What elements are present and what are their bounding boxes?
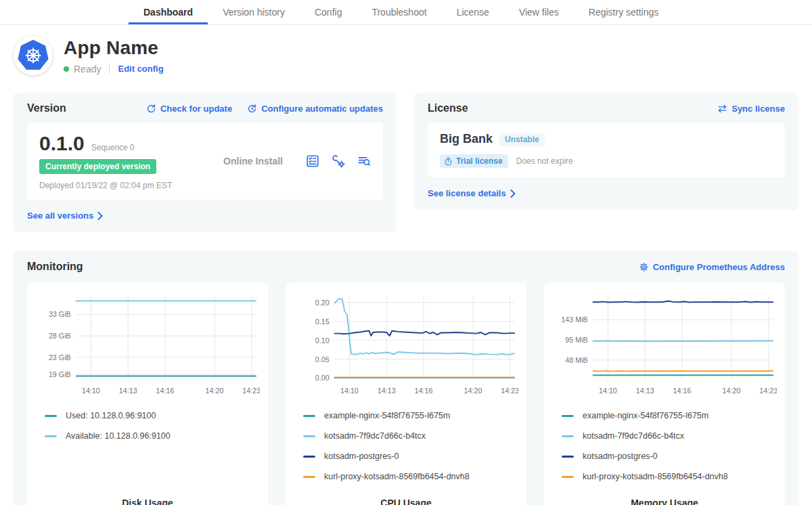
- svg-text:14:20: 14:20: [206, 387, 224, 395]
- legend-item: Used: 10.128.0.96:9100: [45, 411, 260, 420]
- chart-title: CPU Usage: [294, 492, 518, 505]
- tab-config[interactable]: Config: [300, 0, 357, 24]
- legend-label: Available: 10.128.0.96:9100: [66, 431, 171, 441]
- svg-text:14:16: 14:16: [673, 387, 692, 395]
- memory-usage-legend: example-nginx-54f8f76755-l675mkotsadm-7f…: [552, 411, 777, 492]
- app-header: App Name Ready Edit config: [14, 36, 798, 75]
- cpu-usage-chart-card: 14:1014:1314:1614:2014:230.200.150.100.0…: [286, 282, 526, 505]
- tab-license[interactable]: License: [442, 0, 504, 24]
- legend-color-dash: [562, 415, 574, 417]
- chart-svg: 14:1014:1314:1614:2014:230.200.150.100.0…: [294, 292, 518, 399]
- svg-text:23 GiB: 23 GiB: [49, 353, 71, 361]
- chart-svg: 14:1014:1314:1614:2014:2333 GiB28 GiB23 …: [35, 292, 260, 399]
- edit-config-link[interactable]: Edit config: [118, 64, 163, 74]
- svg-text:14:10: 14:10: [82, 387, 100, 395]
- legend-color-dash: [303, 456, 315, 458]
- gear-icon: [639, 262, 649, 272]
- disk-usage-chart: 14:1014:1314:1614:2014:2333 GiB28 GiB23 …: [35, 292, 260, 401]
- deployed-badge: Currently deployed version: [39, 159, 156, 174]
- disk-usage-legend: Used: 10.128.0.96:9100Available: 10.128.…: [35, 411, 260, 452]
- legend-label: kotsadm-postgres-0: [324, 452, 399, 461]
- legend-item: kotsadm-postgres-0: [562, 452, 777, 461]
- license-card-title: License: [428, 102, 468, 114]
- svg-text:0.05: 0.05: [315, 355, 330, 364]
- svg-text:14:16: 14:16: [156, 387, 175, 395]
- svg-text:14:23: 14:23: [242, 387, 260, 395]
- stopwatch-icon: [444, 157, 453, 166]
- cpu-usage-chart: 14:1014:1314:1614:2014:230.200.150.100.0…: [294, 292, 518, 401]
- legend-item: kurl-proxy-kotsadm-8569fb6454-dnvh8: [303, 472, 518, 481]
- troubleshoot-wrench-icon[interactable]: [332, 154, 345, 168]
- legend-item: Available: 10.128.0.96:9100: [45, 431, 260, 441]
- license-summary-row: Big Bank Unstable Trial license Does not…: [428, 123, 785, 177]
- refresh-icon: [146, 104, 156, 114]
- legend-label: kotsadm-7f9dc7d66c-b4tcx: [324, 431, 426, 441]
- legend-color-dash: [562, 456, 574, 458]
- svg-text:0.15: 0.15: [315, 317, 330, 326]
- sync-license-button[interactable]: Sync license: [717, 104, 785, 114]
- svg-text:14:13: 14:13: [119, 387, 137, 395]
- legend-color-dash: [45, 435, 57, 437]
- license-card: License Sync license Big Bank Unstable T…: [414, 93, 798, 210]
- divider: [109, 64, 110, 74]
- monitoring-title: Monitoring: [27, 261, 83, 273]
- tab-dashboard[interactable]: Dashboard: [129, 0, 208, 24]
- channel-badge: Unstable: [499, 133, 545, 146]
- svg-text:95 MiB: 95 MiB: [565, 336, 587, 344]
- svg-text:14:20: 14:20: [723, 387, 741, 395]
- svg-text:33 GiB: 33 GiB: [49, 310, 71, 318]
- configure-prometheus-button[interactable]: Configure Prometheus Address: [639, 262, 785, 272]
- deployed-timestamp: Deployed 01/19/22 @ 02:04 pm EST: [39, 181, 200, 190]
- schedule-update-icon: [247, 104, 257, 114]
- svg-text:14:16: 14:16: [415, 387, 433, 395]
- tab-registry-settings[interactable]: Registry settings: [574, 0, 673, 24]
- svg-text:14:13: 14:13: [636, 387, 654, 395]
- see-all-versions-link[interactable]: See all versions: [27, 211, 103, 221]
- version-card: Version Check for update Configure autom…: [14, 93, 397, 232]
- legend-label: kurl-proxy-kotsadm-8569fb6454-dnvh8: [583, 472, 728, 481]
- svg-text:0.20: 0.20: [315, 299, 330, 307]
- legend-label: kotsadm-7f9dc7d66c-b4tcx: [583, 431, 684, 441]
- tab-view-files[interactable]: View files: [504, 0, 574, 24]
- legend-color-dash: [303, 435, 315, 437]
- version-number: 0.1.0: [39, 132, 85, 155]
- legend-color-dash: [303, 476, 315, 478]
- legend-color-dash: [562, 476, 574, 478]
- current-version-row: 0.1.0 Sequence 0 Currently deployed vers…: [27, 123, 383, 200]
- svg-text:14:10: 14:10: [599, 387, 617, 395]
- svg-text:0.10: 0.10: [315, 336, 330, 345]
- svg-text:14:23: 14:23: [759, 387, 777, 395]
- svg-text:14:20: 14:20: [464, 387, 482, 395]
- chart-title: Disk Usage: [35, 492, 260, 505]
- app-status: Ready: [74, 64, 101, 74]
- install-type-label: Online Install: [200, 156, 306, 167]
- tab-troubleshoot[interactable]: Troubleshoot: [357, 0, 441, 24]
- svg-text:14:23: 14:23: [501, 387, 518, 395]
- version-card-title: Version: [27, 102, 66, 114]
- configure-automatic-updates-button[interactable]: Configure automatic updates: [247, 104, 383, 114]
- memory-usage-chart: 14:1014:1314:1614:2014:23143 MiB95 MiB48…: [552, 292, 777, 401]
- trial-license-badge: Trial license: [440, 154, 508, 168]
- status-dot: [64, 66, 69, 72]
- tab-version-history[interactable]: Version history: [208, 0, 300, 24]
- legend-color-dash: [303, 415, 315, 417]
- svg-text:19 GiB: 19 GiB: [49, 370, 71, 378]
- see-license-details-link[interactable]: See license details: [428, 188, 516, 198]
- legend-label: Used: 10.128.0.96:9100: [66, 411, 156, 420]
- expiry-label: Does not expire: [516, 156, 573, 166]
- legend-item: example-nginx-54f8f76755-l675m: [562, 411, 777, 420]
- legend-label: example-nginx-54f8f76755-l675m: [324, 411, 450, 420]
- svg-text:143 MiB: 143 MiB: [561, 315, 587, 324]
- svg-text:14:13: 14:13: [378, 387, 396, 395]
- customer-name: Big Bank: [440, 132, 493, 146]
- page-title: App Name: [64, 37, 164, 59]
- check-for-update-button[interactable]: Check for update: [146, 104, 232, 114]
- chart-title: Memory Usage: [552, 492, 777, 505]
- view-logs-icon[interactable]: [357, 154, 371, 168]
- top-navigation: Dashboard Version history Config Trouble…: [0, 0, 812, 25]
- legend-label: kotsadm-postgres-0: [583, 452, 657, 461]
- svg-text:0.00: 0.00: [315, 374, 330, 382]
- kubernetes-logo-icon: [14, 36, 53, 75]
- preflight-checks-icon[interactable]: [306, 154, 319, 168]
- disk-usage-chart-card: 14:1014:1314:1614:2014:2333 GiB28 GiB23 …: [27, 282, 268, 505]
